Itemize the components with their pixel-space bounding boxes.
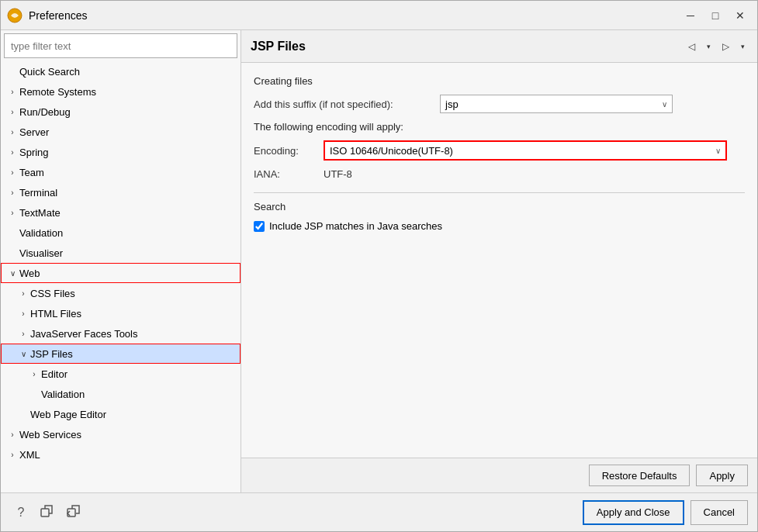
collapsed-arrow-icon: › (7, 187, 18, 198)
tree-item-label: TextMate (19, 207, 61, 219)
tree-item-label: XML (19, 449, 40, 461)
tree-container[interactable]: Quick Search › Remote Systems › Run/Debu… (1, 61, 241, 492)
forward-button[interactable]: ▷ (715, 38, 736, 55)
export-icon (40, 504, 55, 521)
spacer-icon (18, 409, 29, 420)
tree-item-visualiser[interactable]: Visualiser (1, 243, 241, 263)
tree-item-label: HTML Files (30, 308, 81, 320)
iana-value: UTF-8 (324, 168, 352, 180)
tree-item-team[interactable]: › Team (1, 162, 241, 182)
dropdown-arrow-icon: ∨ (662, 100, 667, 109)
right-panel-title: JSP Files (251, 40, 306, 54)
iana-row: IANA: UTF-8 (254, 168, 745, 180)
bottom-left: ? (10, 502, 85, 523)
right-footer: Restore Defaults Apply (241, 458, 757, 492)
import-icon (66, 504, 81, 521)
collapsed-arrow-icon: › (7, 429, 18, 440)
section-divider (254, 192, 745, 193)
tree-item-web-page-editor[interactable]: Web Page Editor (1, 404, 241, 424)
encoding-row: Encoding: ISO 10646/Unicode(UTF-8) ∨ (254, 140, 745, 161)
collapsed-arrow-icon: › (18, 308, 29, 319)
tree-item-spring[interactable]: › Spring (1, 142, 241, 162)
tree-item-label: Validation (41, 389, 85, 400)
filter-input[interactable] (4, 33, 237, 58)
collapsed-arrow-icon: › (7, 126, 18, 137)
tree-item-editor[interactable]: › Editor (1, 364, 241, 384)
tree-item-label: Web (19, 268, 40, 279)
right-body: Creating files Add this suffix (if not s… (241, 63, 757, 458)
suffix-dropdown[interactable]: jsp ∨ (440, 95, 673, 113)
cancel-button[interactable]: Cancel (691, 500, 748, 525)
collapsed-arrow-icon: › (7, 86, 18, 97)
iana-label: IANA: (254, 168, 324, 180)
creating-files-label: Creating files (254, 75, 745, 87)
tree-item-label: JavaServer Faces Tools (30, 328, 138, 340)
tree-item-css-files[interactable]: › CSS Files (1, 283, 241, 303)
tree-item-terminal[interactable]: › Terminal (1, 182, 241, 202)
tree-item-label: Web Services (19, 429, 81, 440)
tree-item-validation[interactable]: Validation (1, 223, 241, 243)
back-button[interactable]: ◁ (681, 38, 701, 55)
window-controls: ─ □ ✕ (680, 6, 751, 25)
apply-button[interactable]: Apply (696, 465, 748, 486)
tree-item-remote-systems[interactable]: › Remote Systems (1, 81, 241, 102)
collapsed-arrow-icon: › (7, 106, 18, 117)
encoding-dropdown[interactable]: ISO 10646/Unicode(UTF-8) ∨ (324, 140, 727, 161)
tree-item-label: Quick Search (19, 66, 80, 78)
tree-item-validation-child[interactable]: Validation (1, 384, 241, 404)
include-matches-checkbox[interactable] (254, 221, 265, 232)
collapsed-arrow-icon: › (7, 167, 18, 178)
back-dropdown-button[interactable]: ▾ (703, 38, 714, 55)
minimize-button[interactable]: ─ (680, 6, 701, 25)
export-button[interactable] (36, 502, 58, 523)
tree-item-label: Validation (19, 227, 63, 239)
tree-item-textmate[interactable]: › TextMate (1, 202, 241, 223)
main-content: Quick Search › Remote Systems › Run/Debu… (1, 30, 757, 492)
suffix-row: Add this suffix (if not specified): jsp … (254, 95, 745, 113)
bottom-bar: ? Ap (1, 492, 757, 531)
help-button[interactable]: ? (10, 502, 32, 523)
collapsed-arrow-icon: › (7, 449, 18, 460)
tree-item-server[interactable]: › Server (1, 122, 241, 142)
help-icon: ? (18, 506, 25, 520)
tree-item-label: Terminal (19, 187, 57, 199)
import-button[interactable] (63, 502, 85, 523)
collapsed-arrow-icon: › (7, 207, 18, 218)
preferences-window: Preferences ─ □ ✕ Quick Search › Remote … (0, 0, 758, 532)
svg-rect-1 (41, 509, 49, 516)
tree-item-label: Web Page Editor (30, 409, 106, 420)
tree-item-quick-search[interactable]: Quick Search (1, 61, 241, 81)
tree-item-web[interactable]: ∨ Web (1, 263, 241, 283)
tree-item-label: Server (19, 126, 49, 138)
tree-item-jsp-files[interactable]: ∨ JSP Files (1, 344, 241, 364)
close-button[interactable]: ✕ (729, 6, 751, 25)
tree-item-run-debug[interactable]: › Run/Debug (1, 102, 241, 122)
app-icon (7, 8, 22, 23)
tree-item-xml[interactable]: › XML (1, 444, 241, 465)
left-panel: Quick Search › Remote Systems › Run/Debu… (1, 30, 241, 492)
right-header-nav: ◁ ▾ ▷ ▾ (681, 38, 748, 55)
maximize-button[interactable]: □ (704, 6, 726, 25)
expanded-arrow-icon: ∨ (7, 268, 18, 278)
spacer-icon (7, 247, 18, 258)
tree-item-jsf-tools[interactable]: › JavaServer Faces Tools (1, 323, 241, 344)
encoding-label: Encoding: (254, 145, 324, 157)
include-matches-row: Include JSP matches in Java searches (254, 220, 745, 232)
spacer-icon (29, 389, 40, 399)
search-section-label: Search (254, 201, 745, 212)
apply-close-button[interactable]: Apply and Close (583, 500, 684, 525)
bottom-right: Apply and Close Cancel (583, 500, 748, 525)
collapsed-arrow-icon: › (29, 368, 40, 379)
include-matches-label: Include JSP matches in Java searches (269, 220, 442, 232)
window-title: Preferences (29, 9, 680, 22)
tree-item-label: CSS Files (30, 288, 75, 299)
restore-defaults-button[interactable]: Restore Defaults (589, 465, 691, 486)
collapsed-arrow-icon: › (18, 288, 29, 299)
dropdown-arrow-icon: ∨ (715, 147, 721, 155)
tree-item-html-files[interactable]: › HTML Files (1, 303, 241, 323)
encoding-value: ISO 10646/Unicode(UTF-8) (330, 145, 453, 157)
tree-item-web-services[interactable]: › Web Services (1, 424, 241, 444)
right-panel: JSP Files ◁ ▾ ▷ ▾ Creating files Add thi… (241, 30, 757, 492)
forward-dropdown-button[interactable]: ▾ (737, 38, 748, 55)
spacer-icon (7, 227, 18, 238)
